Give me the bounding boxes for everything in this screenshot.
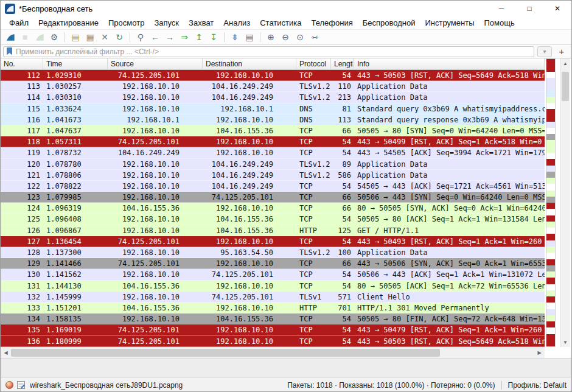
maximize-button[interactable]: □	[515, 1, 543, 16]
start-capture-button[interactable]	[4, 30, 17, 44]
minimap-segment	[546, 203, 555, 209]
cell-time: 1.030257	[43, 81, 108, 91]
resize-columns-button[interactable]: ⇿	[308, 30, 321, 44]
expert-info-icon[interactable]	[5, 381, 13, 389]
packet-row[interactable]: 1311.144130104.16.155.36192.168.10.10TCP…	[1, 281, 545, 292]
packet-minimap[interactable]	[546, 58, 556, 347]
packet-row[interactable]: 1181.05731174.125.205.101192.168.10.10TC…	[1, 136, 545, 147]
scroll-down-icon[interactable]: ▼	[560, 337, 570, 347]
menu-item-2[interactable]: Просмотр	[103, 16, 149, 29]
menu-item-6[interactable]: Статистика	[255, 16, 306, 29]
column-header-no[interactable]: No.	[1, 58, 43, 69]
packet-row[interactable]: 1131.030257192.168.10.10104.16.249.249TL…	[1, 81, 545, 92]
packet-row[interactable]: 1291.14146674.125.205.101192.168.10.10TC…	[1, 258, 545, 269]
cell-time: 1.079985	[43, 192, 108, 202]
go-last-packet-button[interactable]: ↧	[207, 30, 220, 44]
minimap-segment	[546, 290, 555, 296]
filter-expression-dropdown[interactable]: ▾	[537, 46, 552, 57]
profile-label[interactable]: Профиль: Default	[508, 381, 567, 390]
packet-row[interactable]: 1261.096867192.168.10.10104.16.155.36HTT…	[1, 225, 545, 236]
colorize-packets-button[interactable]: ▤	[243, 30, 256, 44]
menu-item-5[interactable]: Анализ	[218, 16, 255, 29]
packet-row[interactable]: 1321.145999192.168.10.1074.125.205.101TL…	[1, 292, 545, 303]
reload-file-icon: ↻	[116, 32, 123, 42]
horizontal-scrollbar-thumb[interactable]	[11, 349, 440, 357]
column-header-destination[interactable]: Destination	[203, 58, 296, 69]
scroll-left-icon[interactable]: ◀	[1, 348, 11, 358]
packet-row[interactable]: 1211.078806192.168.10.10104.16.249.249TL…	[1, 170, 545, 181]
column-header-length[interactable]: Length	[331, 58, 354, 69]
save-file-button[interactable]: ▦	[83, 30, 97, 44]
menu-item-7[interactable]: Телефония	[306, 16, 357, 29]
packet-row[interactable]: 1141.030310192.168.10.10104.16.249.249TL…	[1, 92, 545, 103]
column-header-info[interactable]: Info	[354, 58, 545, 69]
auto-scroll-button[interactable]: ⇟	[228, 30, 242, 44]
filter-add-button[interactable]: +	[556, 46, 568, 57]
packet-row[interactable]: 1151.033624192.168.10.10192.168.10.1DNS8…	[1, 103, 545, 114]
packet-row[interactable]: 1301.141562192.168.10.1074.125.205.101TC…	[1, 269, 545, 280]
scroll-right-icon[interactable]: ▶	[534, 348, 545, 358]
menu-item-4[interactable]: Захват	[184, 16, 218, 29]
column-header-source[interactable]: Source	[108, 58, 203, 69]
packet-row[interactable]: 1361.18099974.125.205.101192.168.10.10TC…	[1, 336, 545, 347]
packet-row[interactable]: 1221.078822192.168.10.10104.16.249.249TC…	[1, 181, 545, 192]
reload-file-button[interactable]: ↻	[113, 30, 126, 44]
packet-row[interactable]: 1171.047637192.168.10.10104.16.155.36TCP…	[1, 125, 545, 136]
packet-row[interactable]: 1191.078732104.16.249.249192.168.10.10TC…	[1, 147, 545, 158]
vertical-scrollbar-thumb[interactable]	[562, 72, 569, 101]
packet-row[interactable]: 1281.137300192.168.10.1095.163.54.50TLSv…	[1, 247, 545, 258]
menu-item-3[interactable]: Запуск	[149, 16, 184, 29]
stop-capture-icon: ■	[23, 32, 27, 42]
capture-options-button[interactable]: ⚙	[47, 30, 61, 44]
cell-destination: 74.125.205.101	[203, 192, 296, 202]
close-button[interactable]: ✕	[543, 1, 571, 16]
horizontal-scrollbar-track[interactable]	[11, 348, 534, 358]
go-forward-button[interactable]: →	[163, 30, 176, 44]
scroll-up-icon[interactable]: ▲	[560, 58, 570, 68]
column-header-protocol[interactable]: Protocol	[296, 58, 331, 69]
capture-comment-icon[interactable]	[17, 381, 25, 389]
packet-row[interactable]: 1201.078780192.168.10.10104.16.249.249TL…	[1, 159, 545, 170]
column-header-time[interactable]: Time	[43, 58, 108, 69]
packet-row[interactable]: 1231.079985192.168.10.1074.125.205.101TC…	[1, 192, 545, 203]
cell-no: 123	[1, 192, 43, 202]
packet-row[interactable]: 1351.16901974.125.205.101192.168.10.10TC…	[1, 324, 545, 335]
find-packet-button[interactable]: ⚲	[134, 30, 147, 44]
packet-row[interactable]: 1121.02931074.125.205.101192.168.10.10TC…	[1, 70, 545, 81]
filter-bookmark-icon[interactable]	[6, 47, 13, 55]
vertical-scrollbar[interactable]: ▲ ▼	[560, 58, 570, 347]
go-back-button[interactable]: ←	[148, 30, 162, 44]
cell-length: 54	[331, 136, 354, 147]
cell-protocol: TLSv1.2	[296, 92, 331, 102]
display-filter-field[interactable]	[3, 46, 534, 57]
minimize-button[interactable]: ─	[487, 1, 515, 16]
open-file-button[interactable]: ▤	[69, 30, 82, 44]
packet-row[interactable]: 1251.096408192.168.10.10104.16.155.36TCP…	[1, 214, 545, 225]
zoom-in-button[interactable]: ⊕	[264, 30, 277, 44]
cell-no: 124	[1, 203, 43, 213]
minimap-segment	[546, 209, 555, 215]
horizontal-scrollbar[interactable]: ◀ ▶	[1, 347, 545, 358]
cell-info: 54505 → 443 [ACK] Seq=1721 Ack=4561 Win=…	[354, 181, 545, 191]
zoom-out-button[interactable]: ⊖	[279, 30, 292, 44]
packet-row[interactable]: 1161.041673192.168.10.1192.168.10.10DNS1…	[1, 114, 545, 125]
menu-item-9[interactable]: Инструменты	[420, 16, 479, 29]
minimap-segment	[546, 191, 555, 197]
go-to-packet-button[interactable]: ⇒	[178, 30, 191, 44]
zoom-normal-button[interactable]: ⊙	[293, 30, 307, 44]
cell-protocol: TLSv1.2	[296, 247, 331, 257]
close-file-button[interactable]: ✕	[98, 30, 111, 44]
go-first-packet-button[interactable]: ↥	[192, 30, 206, 44]
packet-row[interactable]: 1271.13645474.125.205.101192.168.10.10TC…	[1, 236, 545, 247]
menu-item-10[interactable]: Помощь	[480, 16, 520, 29]
packet-row[interactable]: 1331.151201104.16.155.36192.168.10.10HTT…	[1, 303, 545, 313]
menu-item-8[interactable]: Беспроводной	[358, 16, 420, 29]
wireshark-window: *Беспроводная сеть ─ □ ✕ ФайлРедактирова…	[0, 0, 572, 392]
cell-destination: 192.168.10.10	[203, 336, 296, 346]
menu-item-0[interactable]: Файл	[4, 16, 33, 29]
restart-capture-icon	[35, 33, 44, 42]
display-filter-input[interactable]	[16, 47, 531, 56]
menu-item-1[interactable]: Редактирование	[33, 16, 103, 29]
packet-row[interactable]: 1341.158135192.168.10.10104.16.155.36TCP…	[1, 313, 545, 324]
packet-row[interactable]: 1241.096319104.16.155.36192.168.10.10TCP…	[1, 203, 545, 214]
